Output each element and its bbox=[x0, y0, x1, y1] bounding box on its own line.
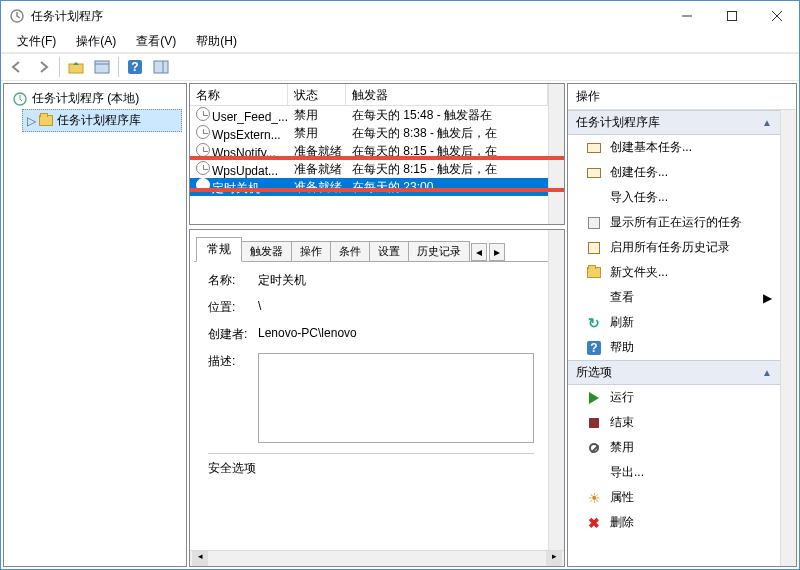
up-button[interactable] bbox=[64, 56, 88, 78]
play-icon bbox=[589, 392, 599, 404]
tab-general[interactable]: 常规 bbox=[196, 237, 242, 262]
help-icon: ? bbox=[128, 60, 142, 74]
location-value: \ bbox=[258, 299, 534, 313]
back-button[interactable] bbox=[5, 56, 29, 78]
help-button[interactable]: ? bbox=[123, 56, 147, 78]
detail-body: 名称: 定时关机 位置: \ 创建者: Lenovo-PC\lenovo bbox=[194, 262, 548, 550]
scrollbar-vertical[interactable] bbox=[548, 230, 564, 550]
col-header-name[interactable]: 名称 bbox=[190, 84, 288, 105]
tree-pane: 任务计划程序 (本地) ▷ 任务计划程序库 bbox=[3, 83, 187, 567]
properties-icon: ☀ bbox=[586, 490, 602, 506]
actions-group-library[interactable]: 任务计划程序库 ▲ bbox=[568, 110, 780, 135]
scrollbar-horizontal[interactable]: ◂▸ bbox=[190, 550, 564, 566]
desc-textarea[interactable] bbox=[258, 353, 534, 443]
col-header-trigger[interactable]: 触发器 bbox=[346, 84, 548, 105]
actions-group-selected[interactable]: 所选项 ▲ bbox=[568, 360, 780, 385]
toolbar-separator bbox=[118, 57, 119, 77]
tab-history[interactable]: 历史记录 bbox=[408, 241, 470, 261]
location-label: 位置: bbox=[208, 299, 258, 316]
action-delete[interactable]: ✖删除 bbox=[568, 510, 780, 535]
actions-title: 操作 bbox=[568, 84, 796, 110]
action-properties[interactable]: ☀属性 bbox=[568, 485, 780, 510]
tab-actions[interactable]: 操作 bbox=[291, 241, 331, 261]
task-row[interactable]: WpsNotify... 准备就绪 在每天的 8:15 - 触发后，在 bbox=[190, 142, 548, 160]
task-row[interactable]: WpsUpdat... 准备就绪 在每天的 8:15 - 触发后，在 bbox=[190, 160, 548, 178]
action-end[interactable]: 结束 bbox=[568, 410, 780, 435]
svg-rect-8 bbox=[154, 61, 168, 73]
clock-icon bbox=[196, 161, 210, 175]
security-header: 安全选项 bbox=[208, 453, 534, 477]
minimize-button[interactable] bbox=[664, 2, 709, 30]
action-create-basic[interactable]: 创建基本任务... bbox=[568, 135, 780, 160]
action-enable-history[interactable]: 启用所有任务历史记录 bbox=[568, 235, 780, 260]
export-icon bbox=[586, 465, 602, 481]
task-list-body[interactable]: User_Feed_... 禁用 在每天的 15:48 - 触发器在 WpsEx… bbox=[190, 106, 548, 224]
menu-view[interactable]: 查看(V) bbox=[128, 31, 184, 52]
menu-file[interactable]: 文件(F) bbox=[9, 31, 64, 52]
action-run[interactable]: 运行 bbox=[568, 385, 780, 410]
scrollbar-vertical[interactable] bbox=[548, 84, 564, 224]
menu-help[interactable]: 帮助(H) bbox=[188, 31, 245, 52]
task-list-header: 名称 状态 触发器 bbox=[190, 84, 548, 106]
window-controls bbox=[664, 2, 799, 30]
detail-tabs: 常规 触发器 操作 条件 设置 历史记录 ◂ ▸ bbox=[194, 238, 548, 262]
refresh-icon: ↻ bbox=[586, 315, 602, 331]
actions-pane: 操作 任务计划程序库 ▲ 创建基本任务... 创建任务... 导入任务... 显… bbox=[567, 83, 797, 567]
tab-scroll-right[interactable]: ▸ bbox=[489, 243, 505, 261]
clock-icon bbox=[196, 143, 210, 157]
scrollbar-vertical[interactable] bbox=[780, 110, 796, 566]
history-icon bbox=[588, 242, 600, 254]
folder-icon bbox=[587, 267, 601, 278]
task-row[interactable]: User_Feed_... 禁用 在每天的 15:48 - 触发器在 bbox=[190, 106, 548, 124]
content-area: 任务计划程序 (本地) ▷ 任务计划程序库 名称 状态 触发器 bbox=[1, 81, 799, 569]
collapse-icon: ▲ bbox=[762, 117, 772, 128]
task-row-selected[interactable]: 定时关机 准备就绪 在每天的 23:00 bbox=[190, 178, 548, 196]
expand-icon: ▷ bbox=[27, 114, 35, 128]
creator-value: Lenovo-PC\lenovo bbox=[258, 326, 534, 340]
action-new-folder[interactable]: 新文件夹... bbox=[568, 260, 780, 285]
toolbar: ? bbox=[1, 53, 799, 81]
svg-rect-5 bbox=[69, 64, 83, 73]
chevron-right-icon: ▶ bbox=[763, 291, 772, 305]
clock-icon bbox=[196, 178, 210, 192]
help-icon: ? bbox=[587, 341, 601, 355]
tab-triggers[interactable]: 触发器 bbox=[241, 241, 292, 261]
close-button[interactable] bbox=[754, 2, 799, 30]
app-icon bbox=[9, 8, 25, 24]
clock-icon bbox=[12, 91, 28, 107]
tab-scroll-left[interactable]: ◂ bbox=[471, 243, 487, 261]
toolbar-separator bbox=[59, 57, 60, 77]
tree-root[interactable]: 任务计划程序 (本地) bbox=[8, 88, 182, 109]
action-view[interactable]: 查看▶ bbox=[568, 285, 780, 310]
col-header-state[interactable]: 状态 bbox=[288, 84, 346, 105]
task-icon bbox=[587, 143, 601, 153]
panel-button[interactable] bbox=[149, 56, 173, 78]
action-create-task[interactable]: 创建任务... bbox=[568, 160, 780, 185]
properties-button[interactable] bbox=[90, 56, 114, 78]
svg-rect-6 bbox=[95, 61, 109, 73]
import-icon bbox=[586, 190, 602, 206]
action-refresh[interactable]: ↻刷新 bbox=[568, 310, 780, 335]
task-row[interactable]: WpsExtern... 禁用 在每天的 8:38 - 触发后，在 bbox=[190, 124, 548, 142]
menu-action[interactable]: 操作(A) bbox=[68, 31, 124, 52]
task-scheduler-window: 任务计划程序 文件(F) 操作(A) 查看(V) 帮助(H) ? 任务计划程序 … bbox=[0, 0, 800, 570]
forward-button[interactable] bbox=[31, 56, 55, 78]
action-export[interactable]: 导出... bbox=[568, 460, 780, 485]
svg-rect-2 bbox=[727, 12, 736, 21]
maximize-button[interactable] bbox=[709, 2, 754, 30]
stop-icon bbox=[589, 418, 599, 428]
action-show-running[interactable]: 显示所有正在运行的任务 bbox=[568, 210, 780, 235]
tab-settings[interactable]: 设置 bbox=[369, 241, 409, 261]
titlebar: 任务计划程序 bbox=[1, 1, 799, 31]
view-icon bbox=[586, 290, 602, 306]
action-disable[interactable]: 禁用 bbox=[568, 435, 780, 460]
creator-label: 创建者: bbox=[208, 326, 258, 343]
menubar: 文件(F) 操作(A) 查看(V) 帮助(H) bbox=[1, 31, 799, 53]
action-help[interactable]: ?帮助 bbox=[568, 335, 780, 360]
tree-library[interactable]: ▷ 任务计划程序库 bbox=[22, 109, 182, 132]
tree-root-label: 任务计划程序 (本地) bbox=[32, 90, 139, 107]
action-import[interactable]: 导入任务... bbox=[568, 185, 780, 210]
clock-icon bbox=[196, 107, 210, 121]
desc-label: 描述: bbox=[208, 353, 258, 370]
tab-conditions[interactable]: 条件 bbox=[330, 241, 370, 261]
